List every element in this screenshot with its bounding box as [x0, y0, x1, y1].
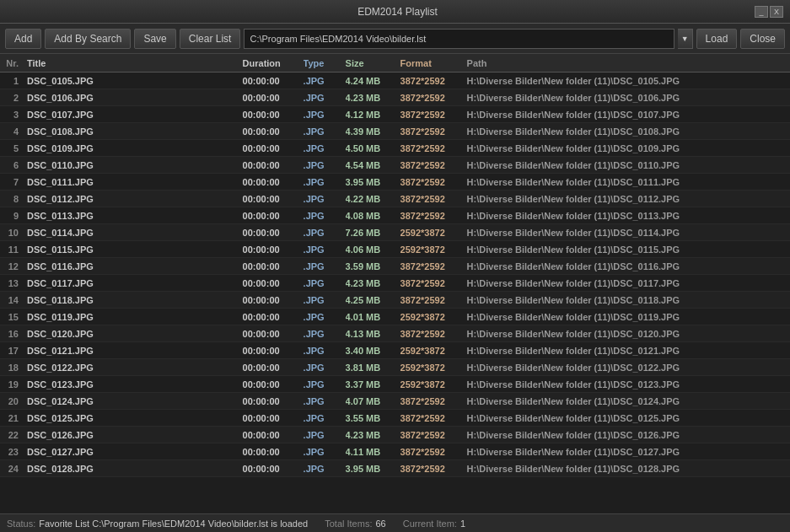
- cell-size: 4.11 MB: [346, 447, 400, 457]
- cell-path: H:\Diverse Bilder\New folder (11)\DSC_01…: [464, 110, 790, 120]
- table-row[interactable]: 21 DSC_0125.JPG 00:00:00 .JPG 3.55 MB 38…: [0, 410, 790, 427]
- cell-duration: 00:00:00: [243, 126, 304, 137]
- cell-size: 3.40 MB: [346, 346, 400, 356]
- cell-path: H:\Diverse Bilder\New folder (11)\DSC_01…: [464, 211, 790, 221]
- cell-size: 4.07 MB: [346, 396, 400, 406]
- table-row[interactable]: 5 DSC_0109.JPG 00:00:00 .JPG 4.50 MB 387…: [0, 140, 790, 157]
- table-row[interactable]: 15 DSC_0119.JPG 00:00:00 .JPG 4.01 MB 25…: [0, 309, 790, 325]
- cell-type: .JPG: [304, 211, 346, 221]
- cell-size: 3.59 MB: [346, 261, 400, 271]
- table-header: Nr. Title Duration Type Size Format Path: [0, 54, 790, 73]
- load-button[interactable]: Load: [696, 29, 738, 49]
- cell-duration: 00:00:00: [243, 447, 304, 457]
- cell-nr: 12: [0, 261, 24, 271]
- cell-format: 3872*2592: [400, 295, 464, 305]
- close-button[interactable]: Close: [740, 29, 785, 49]
- cell-format: 3872*2592: [400, 211, 464, 221]
- table-row[interactable]: 16 DSC_0120.JPG 00:00:00 .JPG 4.13 MB 38…: [0, 325, 790, 342]
- total-label: Total Items:: [325, 519, 372, 529]
- cell-duration: 00:00:00: [243, 464, 304, 474]
- cell-title: DSC_0110.JPG: [24, 160, 243, 170]
- minimize-button[interactable]: _: [755, 6, 768, 18]
- cell-path: H:\Diverse Bilder\New folder (11)\DSC_01…: [464, 278, 790, 288]
- header-size: Size: [346, 58, 400, 68]
- table-row[interactable]: 11 DSC_0115.JPG 00:00:00 .JPG 4.06 MB 25…: [0, 241, 790, 258]
- table-row[interactable]: 23 DSC_0127.JPG 00:00:00 .JPG 4.11 MB 38…: [0, 443, 790, 460]
- table-row[interactable]: 20 DSC_0124.JPG 00:00:00 .JPG 4.07 MB 38…: [0, 393, 790, 410]
- cell-type: .JPG: [304, 160, 346, 170]
- status-bar: Status: Favorite List C:\Program Files\E…: [0, 513, 790, 532]
- header-path: Path: [464, 58, 790, 68]
- header-format: Format: [400, 58, 464, 68]
- cell-duration: 00:00:00: [243, 413, 304, 423]
- table-row[interactable]: 17 DSC_0121.JPG 00:00:00 .JPG 3.40 MB 25…: [0, 342, 790, 359]
- cell-size: 3.81 MB: [346, 363, 400, 373]
- cell-type: .JPG: [304, 295, 346, 305]
- cell-nr: 13: [0, 278, 24, 288]
- cell-duration: 00:00:00: [243, 194, 304, 204]
- cell-duration: 00:00:00: [243, 76, 304, 86]
- cell-type: .JPG: [304, 245, 346, 255]
- cell-format: 2592*3872: [400, 228, 464, 238]
- cell-nr: 14: [0, 295, 24, 305]
- cell-type: .JPG: [304, 261, 346, 271]
- add-button[interactable]: Add: [5, 29, 41, 49]
- cell-title: DSC_0121.JPG: [24, 346, 243, 356]
- cell-type: .JPG: [304, 464, 346, 474]
- current-item: Current Item: 1: [403, 519, 465, 529]
- cell-nr: 9: [0, 211, 24, 221]
- cell-title: DSC_0126.JPG: [24, 430, 243, 440]
- path-dropdown[interactable]: ▼: [678, 29, 693, 49]
- table-row[interactable]: 24 DSC_0128.JPG 00:00:00 .JPG 3.95 MB 38…: [0, 460, 790, 477]
- toolbar: Add Add By Search Save Clear List ▼ Load…: [0, 24, 790, 54]
- cell-nr: 4: [0, 126, 24, 137]
- table-row[interactable]: 2 DSC_0106.JPG 00:00:00 .JPG 4.23 MB 387…: [0, 89, 790, 106]
- status-label: Status:: [7, 519, 35, 529]
- table-row[interactable]: 19 DSC_0123.JPG 00:00:00 .JPG 3.37 MB 25…: [0, 376, 790, 393]
- table-row[interactable]: 3 DSC_0107.JPG 00:00:00 .JPG 4.12 MB 387…: [0, 106, 790, 123]
- table-row[interactable]: 22 DSC_0126.JPG 00:00:00 .JPG 4.23 MB 38…: [0, 427, 790, 443]
- cell-title: DSC_0118.JPG: [24, 295, 243, 305]
- table-row[interactable]: 4 DSC_0108.JPG 00:00:00 .JPG 4.39 MB 387…: [0, 123, 790, 140]
- cell-path: H:\Diverse Bilder\New folder (11)\DSC_01…: [464, 363, 790, 373]
- cell-path: H:\Diverse Bilder\New folder (11)\DSC_01…: [464, 194, 790, 204]
- table-row[interactable]: 13 DSC_0117.JPG 00:00:00 .JPG 4.23 MB 38…: [0, 275, 790, 292]
- cell-type: .JPG: [304, 396, 346, 406]
- cell-duration: 00:00:00: [243, 379, 304, 390]
- table-row[interactable]: 7 DSC_0111.JPG 00:00:00 .JPG 3.95 MB 387…: [0, 174, 790, 191]
- table-row[interactable]: 10 DSC_0114.JPG 00:00:00 .JPG 7.26 MB 25…: [0, 224, 790, 241]
- cell-type: .JPG: [304, 413, 346, 423]
- cell-path: H:\Diverse Bilder\New folder (11)\DSC_01…: [464, 329, 790, 339]
- cell-type: .JPG: [304, 430, 346, 440]
- cell-size: 4.12 MB: [346, 110, 400, 120]
- table-row[interactable]: 6 DSC_0110.JPG 00:00:00 .JPG 4.54 MB 387…: [0, 157, 790, 174]
- close-window-button[interactable]: X: [770, 6, 783, 18]
- table-row[interactable]: 8 DSC_0112.JPG 00:00:00 .JPG 4.22 MB 387…: [0, 191, 790, 207]
- cell-path: H:\Diverse Bilder\New folder (11)\DSC_01…: [464, 126, 790, 137]
- cell-nr: 16: [0, 329, 24, 339]
- cell-format: 3872*2592: [400, 278, 464, 288]
- cell-nr: 17: [0, 346, 24, 356]
- add-by-search-button[interactable]: Add By Search: [45, 29, 131, 49]
- cell-title: DSC_0112.JPG: [24, 194, 243, 204]
- table-row[interactable]: 18 DSC_0122.JPG 00:00:00 .JPG 3.81 MB 25…: [0, 359, 790, 376]
- save-button[interactable]: Save: [134, 29, 175, 49]
- cell-type: .JPG: [304, 447, 346, 457]
- table-row[interactable]: 9 DSC_0113.JPG 00:00:00 .JPG 4.08 MB 387…: [0, 207, 790, 224]
- cell-title: DSC_0109.JPG: [24, 143, 243, 153]
- cell-title: DSC_0124.JPG: [24, 396, 243, 406]
- table-row[interactable]: 1 DSC_0105.JPG 00:00:00 .JPG 4.24 MB 387…: [0, 73, 790, 89]
- cell-title: DSC_0127.JPG: [24, 447, 243, 457]
- table-row[interactable]: 14 DSC_0118.JPG 00:00:00 .JPG 4.25 MB 38…: [0, 292, 790, 309]
- cell-type: .JPG: [304, 194, 346, 204]
- current-value: 1: [460, 519, 465, 529]
- header-duration: Duration: [243, 58, 304, 68]
- cell-duration: 00:00:00: [243, 312, 304, 322]
- cell-type: .JPG: [304, 228, 346, 238]
- clear-list-button[interactable]: Clear List: [180, 29, 241, 49]
- cell-type: .JPG: [304, 278, 346, 288]
- cell-nr: 19: [0, 379, 24, 390]
- cell-nr: 1: [0, 76, 24, 86]
- table-row[interactable]: 12 DSC_0116.JPG 00:00:00 .JPG 3.59 MB 38…: [0, 258, 790, 275]
- path-input[interactable]: [244, 29, 674, 49]
